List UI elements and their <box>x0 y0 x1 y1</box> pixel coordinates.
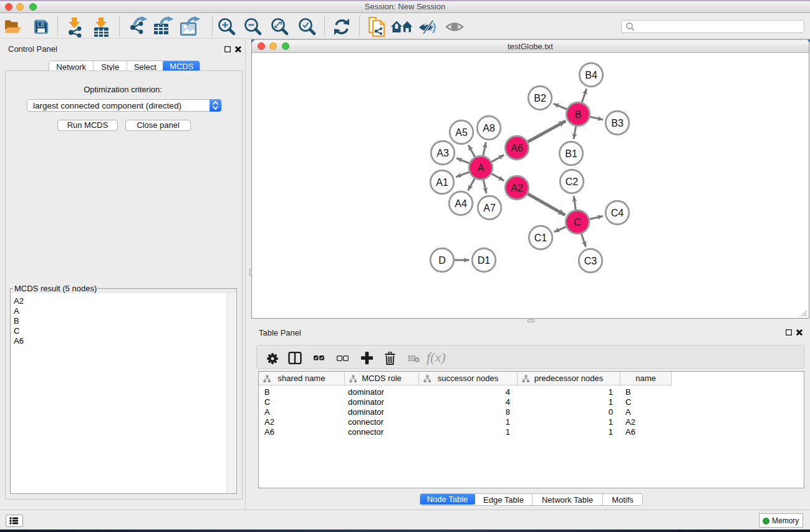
svg-text:A1: A1 <box>436 177 448 188</box>
svg-text:C1: C1 <box>534 233 547 243</box>
svg-text:D: D <box>438 255 446 266</box>
svg-text:A3: A3 <box>436 148 449 158</box>
svg-text:A7: A7 <box>483 203 496 213</box>
svg-text:D1: D1 <box>478 255 491 266</box>
svg-text:C3: C3 <box>584 256 597 266</box>
svg-text:A2: A2 <box>511 183 523 193</box>
svg-text:A: A <box>478 163 485 173</box>
svg-text:B1: B1 <box>565 148 577 159</box>
svg-text:A6: A6 <box>511 143 523 153</box>
svg-text:C: C <box>574 217 581 228</box>
svg-text:B4: B4 <box>585 70 597 80</box>
svg-text:A8: A8 <box>483 123 495 133</box>
svg-text:A5: A5 <box>455 127 468 138</box>
svg-text:C4: C4 <box>611 208 624 218</box>
svg-text:C2: C2 <box>566 177 579 187</box>
svg-text:B2: B2 <box>534 93 546 104</box>
svg-text:B3: B3 <box>611 118 624 128</box>
svg-text:B: B <box>575 109 582 120</box>
svg-text:A4: A4 <box>455 198 467 209</box>
